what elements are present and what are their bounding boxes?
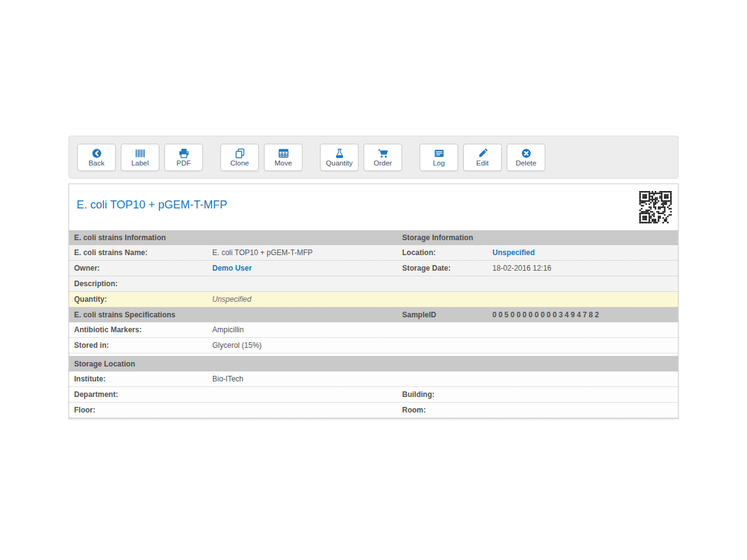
sampleid-label: SampleID	[402, 310, 492, 319]
stored-in-row: Stored in: Glycerol (15%)	[69, 338, 678, 353]
floor-room-row: Floor: Room:	[69, 403, 678, 418]
building-field-label: Building:	[402, 390, 492, 399]
antibiotic-field-value: Ampicillin	[212, 325, 402, 334]
pdf-button-label: PDF	[177, 159, 191, 167]
edit-button-label: Edit	[476, 159, 489, 167]
storage-date-field-value: 18-02-2016 12:16	[492, 264, 678, 273]
delete-icon	[521, 148, 532, 159]
toolbar-group-manage: Log Edit Delete	[420, 144, 545, 171]
storage-info-section-header: Storage Information	[402, 233, 492, 242]
quantity-row: Quantity: Unspecified	[69, 292, 678, 307]
quantity-button-label: Quantity	[326, 159, 353, 167]
delete-button-label: Delete	[515, 159, 536, 167]
move-button-label: Move	[275, 159, 292, 167]
back-button[interactable]: Back	[77, 144, 116, 171]
sample-detail-panel: E. coli TOP10 + pGEM-T-MFP E. coli strai…	[68, 184, 679, 419]
pencil-icon	[477, 148, 488, 159]
name-field-value: E. coli TOP10 + pGEM-T-MFP	[212, 248, 402, 257]
clone-icon	[235, 148, 245, 159]
cart-icon	[378, 148, 388, 159]
storage-date-field-label: Storage Date:	[402, 264, 492, 273]
label-button-label: Label	[131, 159, 149, 167]
toolbar-group-navigation: Back Label PDF	[77, 144, 203, 171]
quantity-button[interactable]: Quantity	[320, 144, 359, 171]
delete-button[interactable]: Delete	[507, 144, 545, 171]
floor-field-label: Floor:	[69, 406, 212, 414]
move-button[interactable]: Move	[264, 144, 303, 171]
pdf-button[interactable]: PDF	[164, 144, 203, 171]
department-building-row: Department: Building:	[69, 387, 678, 403]
name-field-label: E. coli strains Name:	[69, 248, 212, 257]
sample-header: E. coli TOP10 + pGEM-T-MFP	[69, 184, 678, 230]
description-field-label: Description:	[69, 279, 212, 288]
owner-link[interactable]: Demo User	[212, 264, 251, 273]
room-field-label: Room:	[402, 406, 492, 414]
barcode-icon	[135, 148, 146, 159]
sampleid-value: 005000000003494782	[492, 310, 678, 319]
name-location-row: E. coli strains Name: E. coli TOP10 + pG…	[69, 245, 678, 261]
specs-section-header-row: E. coli strains Specifications SampleID …	[69, 307, 678, 322]
log-button[interactable]: Log	[420, 144, 458, 171]
action-toolbar: Back Label PDF	[68, 136, 679, 179]
qr-code	[639, 191, 672, 223]
printer-icon	[179, 148, 189, 159]
order-button-label: Order	[374, 159, 392, 167]
back-icon	[92, 148, 102, 159]
edit-button[interactable]: Edit	[463, 144, 502, 171]
flask-icon	[334, 148, 345, 159]
section-header-row: E. coli strains Information Storage Info…	[69, 230, 678, 245]
location-field-label: Location:	[402, 248, 492, 257]
owner-storagedate-row: Owner: Demo User Storage Date: 18-02-201…	[69, 261, 678, 276]
order-button[interactable]: Order	[364, 144, 402, 171]
back-button-label: Back	[88, 159, 105, 167]
antibiotic-row: Antibiotic Markers: Ampicillin	[69, 322, 678, 338]
quantity-field-value: Unspecified	[212, 295, 402, 304]
clone-button[interactable]: Clone	[220, 144, 259, 171]
storage-location-section-header: Storage Location	[69, 360, 212, 368]
owner-field-label: Owner:	[69, 264, 212, 273]
log-icon	[434, 148, 444, 159]
quantity-field-label: Quantity:	[69, 295, 212, 304]
toolbar-group-organize: Clone Move	[220, 144, 303, 171]
storage-location-header-row: Storage Location	[69, 356, 678, 371]
institute-row: Institute: Bio-ITech	[69, 371, 678, 387]
toolbar-group-stock: Quantity Order	[320, 144, 402, 171]
description-row: Description:	[69, 276, 678, 292]
specs-section-header: E. coli strains Specifications	[69, 310, 212, 319]
stored-in-field-value: Glycerol (15%)	[212, 341, 402, 350]
location-link[interactable]: Unspecified	[492, 248, 535, 257]
institute-field-label: Institute:	[69, 375, 212, 383]
log-button-label: Log	[433, 159, 444, 167]
clone-button-label: Clone	[230, 159, 249, 167]
info-section-header: E. coli strains Information	[69, 233, 212, 242]
sample-title: E. coli TOP10 + pGEM-T-MFP	[77, 198, 227, 212]
sample-field-table: E. coli strains Information Storage Info…	[69, 230, 678, 418]
antibiotic-field-label: Antibiotic Markers:	[69, 325, 212, 334]
stored-in-field-label: Stored in:	[69, 341, 212, 350]
institute-field-value: Bio-ITech	[212, 375, 402, 383]
department-field-label: Department:	[69, 390, 212, 399]
label-button[interactable]: Label	[121, 144, 159, 171]
table-grid-icon	[278, 148, 289, 159]
